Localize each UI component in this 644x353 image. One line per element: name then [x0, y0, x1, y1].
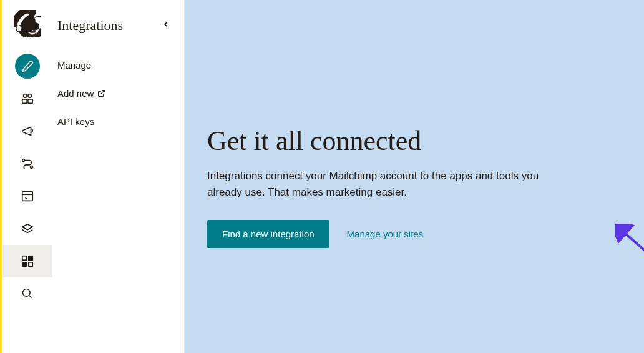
svg-rect-2 [22, 99, 27, 103]
audience-icon [15, 86, 40, 111]
main-content: Get it all connected Integrations connec… [185, 0, 644, 353]
svg-rect-8 [29, 256, 32, 260]
rail-item-integrations[interactable] [2, 245, 52, 277]
rail-item-automations[interactable] [2, 147, 52, 180]
icon-rail [2, 0, 52, 353]
manage-sites-link[interactable]: Manage your sites [347, 229, 424, 239]
sidebar-item-label: Add new [57, 88, 94, 99]
integrations-icon [15, 249, 40, 274]
sidebar-item-api-keys[interactable]: API keys [52, 107, 184, 136]
svg-point-5 [31, 166, 33, 169]
sidebar-item-add-new[interactable]: Add new [52, 79, 184, 107]
svg-point-11 [23, 289, 31, 297]
mailchimp-logo[interactable] [14, 10, 41, 37]
rail-item-website[interactable] [2, 180, 52, 212]
svg-line-13 [101, 91, 105, 94]
sidebar-title: Integrations [57, 17, 123, 34]
search-icon [15, 281, 40, 306]
content-icon [15, 216, 40, 241]
rail-item-audience[interactable] [2, 82, 52, 115]
actions-row: Find a new integration Manage your sites [207, 220, 622, 248]
svg-rect-3 [28, 99, 32, 103]
journey-icon [15, 151, 40, 176]
rail-item-create[interactable] [2, 50, 52, 82]
external-link-icon [97, 89, 105, 97]
svg-rect-9 [29, 262, 32, 266]
sidebar-item-manage[interactable]: Manage [52, 51, 184, 79]
sidebar: Integrations Manage Add new API keys [52, 0, 185, 353]
rail-item-search[interactable] [2, 277, 52, 310]
pencil-icon [15, 54, 40, 79]
svg-point-1 [28, 94, 31, 98]
svg-line-14 [623, 231, 644, 324]
rail-item-content[interactable] [2, 212, 52, 245]
svg-rect-7 [22, 256, 26, 260]
svg-point-0 [24, 94, 27, 98]
sidebar-item-label: API keys [57, 116, 94, 127]
rail-item-campaigns[interactable] [2, 115, 52, 147]
chevron-left-icon[interactable] [162, 20, 170, 31]
svg-point-4 [22, 159, 25, 162]
svg-line-12 [29, 296, 32, 298]
svg-rect-10 [22, 262, 26, 266]
sidebar-item-label: Manage [57, 60, 91, 71]
megaphone-icon [15, 119, 40, 144]
find-integration-button[interactable]: Find a new integration [207, 220, 329, 248]
website-icon [15, 184, 40, 209]
hero-description: Integrations connect your Mailchimp acco… [207, 168, 544, 200]
svg-rect-6 [22, 192, 33, 201]
hero-heading: Get it all connected [207, 125, 622, 157]
